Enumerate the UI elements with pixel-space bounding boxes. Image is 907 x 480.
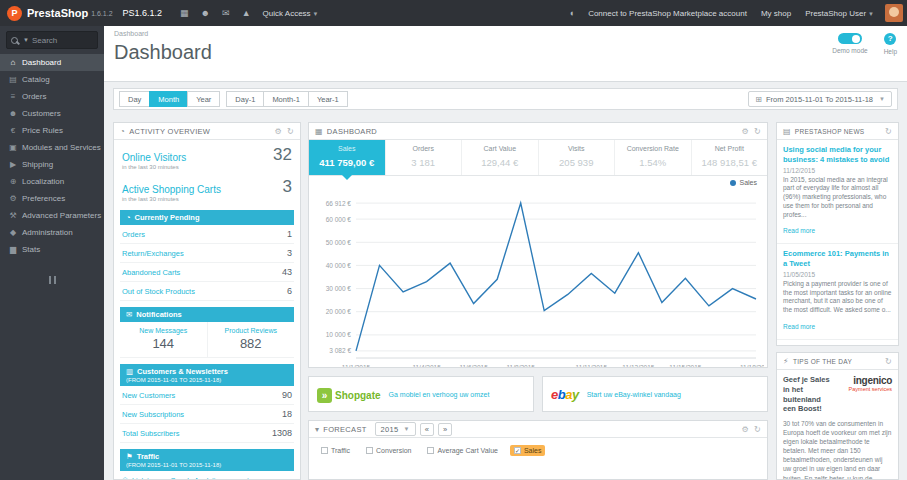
sidebar-item-stats[interactable]: ▆Stats <box>0 241 104 258</box>
sidebar-item-localization[interactable]: ⊕Localization <box>0 173 104 190</box>
search-icon <box>11 37 18 44</box>
bell-icon: ✉ <box>126 310 132 319</box>
user-menu[interactable]: PrestaShop User▼ <box>805 9 874 18</box>
sidebar-item-administration[interactable]: ◆Administration <box>0 224 104 241</box>
rocket-icon[interactable]: ▲ <box>242 8 251 18</box>
refresh-icon[interactable]: ↻ <box>287 127 294 136</box>
message-icon[interactable]: ✉ <box>222 8 230 18</box>
avatar[interactable] <box>885 4 903 22</box>
refresh-icon[interactable]: ↻ <box>885 127 892 136</box>
filter-year-1-button[interactable]: Year-1 <box>308 91 348 107</box>
article-title-link[interactable]: Ecommerce 101: Payments in a Tweet <box>783 249 892 269</box>
gear-icon[interactable]: ⚙ <box>742 425 749 434</box>
sidebar-item-orders[interactable]: ≡Orders <box>0 88 104 105</box>
pending-row-out-of-stock[interactable]: Out of Stock Products6 <box>120 282 294 301</box>
ebay-logo: ebay <box>551 387 579 402</box>
customers-row-new-subscriptions[interactable]: New Subscriptions18 <box>120 405 294 424</box>
kpi-tab-visits[interactable]: Visits205 939 <box>539 140 616 175</box>
legend-average-cart-value[interactable]: Average Cart Value <box>423 445 501 456</box>
legend-conversion[interactable]: Conversion <box>362 445 415 456</box>
sidebar-item-preferences[interactable]: ⚙Preferences <box>0 190 104 207</box>
sidebar-item-label: Customers <box>22 109 61 118</box>
find-more-news-link[interactable]: Find more news <box>777 339 898 346</box>
product-reviews-cell[interactable]: Product Reviews882 <box>207 322 295 357</box>
kpi-tab-net-profit[interactable]: Net Profit148 918,51 € <box>692 140 768 175</box>
demo-mode-control: Demo mode <box>832 33 867 55</box>
filter-day-button[interactable]: Day <box>119 91 149 107</box>
refresh-icon[interactable]: ↻ <box>754 425 761 434</box>
chart-legend[interactable]: Sales <box>730 179 757 186</box>
kpi-tab-conversion-rate[interactable]: Conversion Rate1.54% <box>615 140 692 175</box>
kpi-tab-orders[interactable]: Orders3 181 <box>386 140 463 175</box>
sidebar-item-customers[interactable]: ☻Customers <box>0 105 104 122</box>
forecast-next-button[interactable]: » <box>438 423 452 436</box>
svg-text:11/13/2015: 11/13/2015 <box>622 364 654 368</box>
gear-icon[interactable]: ⚙ <box>742 127 749 136</box>
read-more-link[interactable]: Read more <box>783 227 815 234</box>
kpi-tab-sales[interactable]: Sales411 759,00 € <box>309 140 386 175</box>
activity-icon: ◔ <box>120 127 125 136</box>
legend-traffic[interactable]: Traffic <box>317 445 354 456</box>
customers-row-total-subscribers[interactable]: Total Subscribers1308 <box>120 424 294 443</box>
sidebar-item-advanced-parameters[interactable]: ⚒Advanced Parameters <box>0 207 104 224</box>
filter-month-button[interactable]: Month <box>149 91 187 107</box>
search-input[interactable] <box>32 36 92 45</box>
marketplace-link[interactable]: Connect to PrestaShop Marketplace accoun… <box>588 9 747 18</box>
collapse-menu-button[interactable] <box>0 270 104 288</box>
cart-icon[interactable]: ▦ <box>180 8 189 18</box>
sidebar-item-label: Shipping <box>22 160 53 169</box>
forecast-prev-button[interactable]: « <box>420 423 434 436</box>
read-more-link[interactable]: Read more <box>783 323 815 330</box>
orders-icon: ≡ <box>7 92 19 101</box>
sidebar-item-dashboard[interactable]: ⌂Dashboard <box>0 54 104 71</box>
row-label: Total Subscribers <box>122 429 180 438</box>
filter-month-1-button[interactable]: Month-1 <box>263 91 308 107</box>
filter-year-button[interactable]: Year <box>187 91 220 107</box>
sidebar-item-price-rules[interactable]: €Price Rules <box>0 122 104 139</box>
legend-label: Sales <box>739 179 757 186</box>
shop-name-link[interactable]: PS1.6.1.2 <box>123 8 163 18</box>
refresh-icon[interactable]: ↻ <box>754 127 761 136</box>
svg-text:3 082 €: 3 082 € <box>329 347 351 354</box>
refresh-icon[interactable]: ↻ <box>885 357 892 366</box>
ebay-promo: ebay Start uw eBay-winkel vandaag <box>542 376 768 412</box>
customers-section-header: ▥Customers & Newsletters (FROM 2015-11-0… <box>120 364 294 386</box>
dashboard-panel: ▦ DASHBOARD ⚙↻ Sales411 759,00 € Orders3… <box>308 122 768 368</box>
section-title: Currently Pending <box>135 213 200 222</box>
ebay-link[interactable]: Start uw eBay-winkel vandaag <box>587 391 681 398</box>
shopgate-link[interactable]: Ga mobiel en verhoog uw omzet <box>389 391 490 398</box>
svg-text:11/15/2015: 11/15/2015 <box>669 364 701 368</box>
new-messages-cell[interactable]: New Messages144 <box>120 322 207 357</box>
checkbox-checked-icon: ✓ <box>514 447 521 454</box>
customers-icon: ☻ <box>7 109 19 118</box>
customers-row-new-customers[interactable]: New Customers90 <box>120 386 294 405</box>
legend-sales[interactable]: ✓Sales <box>510 445 546 456</box>
pending-row-returns[interactable]: Return/Exchanges3 <box>120 244 294 263</box>
quick-access-menu[interactable]: Quick Access▼ <box>263 9 319 18</box>
demo-mode-toggle[interactable] <box>838 33 862 44</box>
sidebar-item-shipping[interactable]: ▶Shipping <box>0 156 104 173</box>
kpi-tab-cart-value[interactable]: Cart Value129,44 € <box>462 140 539 175</box>
customers-icon[interactable]: ☻ <box>201 8 210 18</box>
forecast-panel: ▾ FORECAST 2015▼ « » ⚙↻ Traffic Conversi… <box>308 420 768 480</box>
my-shop-link[interactable]: My shop <box>761 9 791 18</box>
help-icon[interactable]: ? <box>884 33 896 45</box>
kpi-label: Conversion Rate <box>615 145 691 152</box>
filter-day-1-button[interactable]: Day-1 <box>226 91 263 107</box>
sidebar-item-modules[interactable]: ▣Modules and Services <box>0 139 104 156</box>
pending-row-abandoned-carts[interactable]: Abandoned Carts43 <box>120 263 294 282</box>
sidebar-item-catalog[interactable]: ▤Catalog <box>0 71 104 88</box>
sidebar-item-label: Price Rules <box>22 126 63 135</box>
year-select[interactable]: 2015▼ <box>375 422 416 436</box>
gear-icon[interactable]: ⚙ <box>275 127 282 136</box>
sidebar-item-label: Modules and Services <box>22 143 101 152</box>
pending-row-orders[interactable]: Orders1 <box>120 225 294 244</box>
article-title-link[interactable]: Using social media for your business: 4 … <box>783 145 892 165</box>
shopgate-brand: Shopgate <box>335 390 381 401</box>
search-box[interactable]: ▼ <box>6 31 98 49</box>
svg-text:66 912 €: 66 912 € <box>326 200 352 207</box>
google-analytics-link[interactable]: ◎ Link to your Google Analytics account <box>122 476 292 480</box>
date-range-picker[interactable]: ⊞ From 2015-11-01 To 2015-11-18 ▼ <box>748 91 892 107</box>
brand-name: PrestaShop <box>27 7 88 19</box>
page-header: Dashboard Dashboard Demo mode ? Help <box>104 26 907 82</box>
